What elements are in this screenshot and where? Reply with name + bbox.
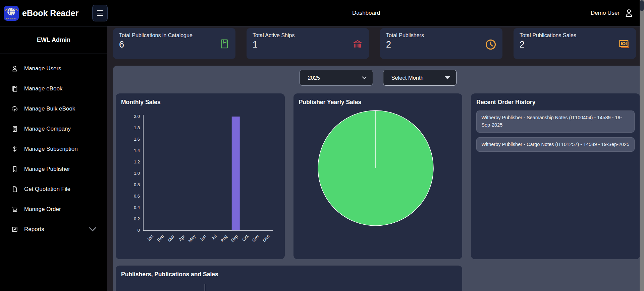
hamburger-menu-button[interactable] — [92, 5, 108, 21]
monthly-sales-card: Monthly Sales 2.01.81.61.41.21.00.80.60.… — [116, 93, 285, 259]
monthly-sales-bar-chart: 2.01.81.61.41.21.00.80.60.40.20JanFebMar… — [121, 107, 277, 251]
year-select-value: 2025 — [308, 75, 320, 81]
stat-value: 2 — [520, 40, 630, 50]
user-menu[interactable]: Demo User — [591, 8, 634, 18]
svg-text:1.2: 1.2 — [134, 159, 140, 164]
bank-icon — [352, 38, 364, 50]
company-icon — [11, 125, 18, 133]
stat-card-active-ships: Total Active Ships 1 — [247, 28, 369, 59]
sidebar-item-manage-bulk-ebook[interactable]: Manage Bulk eBook — [11, 99, 107, 119]
stat-card-publications: Total Publications in Catalogue 6 — [113, 28, 235, 59]
sidebar: EWL Admin Manage Users Manage eBook Mana… — [0, 26, 107, 291]
sidebar-item-get-quotation-file[interactable]: Get Quotation File — [11, 179, 107, 199]
svg-text:Dec: Dec — [262, 234, 271, 243]
ebook-icon — [11, 85, 18, 92]
month-select-placeholder: Select Month — [391, 75, 424, 81]
chart-title: Publishers, Publications and Sales — [121, 271, 457, 278]
triangle-down-icon — [445, 76, 450, 79]
sidebar-item-manage-subscription[interactable]: Manage Subscription — [11, 139, 107, 159]
sidebar-item-label: Manage Company — [24, 126, 71, 132]
stats-row: Total Publications in Catalogue 6 Total … — [113, 28, 636, 59]
app-title: eBook Reader — [22, 8, 78, 18]
vertical-scrollbar[interactable] — [640, 0, 644, 291]
svg-text:Mar: Mar — [167, 233, 176, 242]
sidebar-item-manage-users[interactable]: Manage Users — [11, 59, 107, 79]
stat-label: Total Publications Sales — [520, 32, 630, 39]
year-select[interactable]: 2025 — [300, 70, 373, 86]
svg-text:May: May — [187, 234, 197, 243]
cart-icon — [11, 206, 18, 213]
svg-text:Sep: Sep — [230, 234, 239, 243]
svg-text:Aug: Aug — [219, 234, 228, 243]
page-title: Dashboard — [352, 10, 380, 16]
bookmark-icon — [11, 165, 18, 173]
globe-logo-icon: EW LINER — [4, 6, 19, 21]
svg-text:0: 0 — [138, 228, 140, 233]
svg-text:Jun: Jun — [199, 234, 207, 242]
month-select[interactable]: Select Month — [383, 70, 457, 86]
svg-text:1.8: 1.8 — [134, 125, 140, 130]
svg-text:Apr: Apr — [178, 233, 186, 242]
svg-text:Jan: Jan — [146, 234, 154, 242]
book-icon — [219, 38, 230, 50]
dashboard-panel: 2025 Select Month Monthly Sales 2.01.81.… — [113, 66, 643, 291]
sidebar-item-label: Manage Publisher — [24, 166, 70, 172]
user-name: Demo User — [591, 10, 620, 16]
sidebar-item-manage-order[interactable]: Manage Order — [11, 199, 107, 219]
scrollbar-thumb[interactable] — [640, 0, 644, 11]
sidebar-nav: Manage Users Manage eBook Manage Bulk eB… — [0, 54, 107, 239]
money-icon — [618, 38, 631, 51]
user-icon — [11, 65, 18, 72]
sidebar-item-label: Get Quotation File — [24, 186, 70, 193]
svg-text:Oct: Oct — [241, 234, 250, 242]
chart-title: Publisher Yearly Sales — [299, 99, 457, 106]
topbar: Dashboard Demo User — [88, 0, 644, 26]
chart-axis-stub — [205, 284, 205, 291]
sidebar-item-label: Manage Users — [24, 65, 61, 72]
stat-card-publishers: Total Publishers 2 — [380, 28, 502, 59]
sidebar-item-manage-publisher[interactable]: Manage Publisher — [11, 159, 107, 179]
filters-row: 2025 Select Month — [116, 70, 640, 86]
cloud-upload-icon — [11, 105, 18, 113]
svg-text:0.8: 0.8 — [134, 182, 140, 187]
stat-label: Total Publications in Catalogue — [119, 32, 229, 39]
sidebar-item-label: Manage Order — [24, 206, 61, 213]
sidebar-item-manage-company[interactable]: Manage Company — [11, 119, 107, 139]
section-title: Recent Order History — [476, 99, 635, 106]
svg-text:0.6: 0.6 — [134, 194, 140, 199]
order-history-item[interactable]: Witherby Publisher - Seamanship Notes (I… — [476, 111, 635, 133]
user-avatar-icon — [624, 8, 634, 18]
svg-text:Jul: Jul — [210, 234, 218, 241]
chevron-down-icon — [362, 76, 367, 79]
sidebar-item-manage-ebook[interactable]: Manage eBook — [11, 79, 107, 99]
dollar-icon — [11, 145, 18, 153]
sidebar-admin-label: EWL Admin — [0, 26, 107, 54]
stat-label: Total Publishers — [386, 32, 496, 39]
svg-text:Nov: Nov — [251, 234, 260, 243]
svg-text:1.4: 1.4 — [134, 148, 140, 153]
svg-text:Feb: Feb — [156, 234, 165, 243]
stat-value: 1 — [253, 40, 363, 50]
header: EW LINER eBook Reader Dashboard Demo Use… — [0, 0, 644, 26]
publisher-yearly-sales-card: Publisher Yearly Sales — [293, 93, 463, 259]
stat-label: Total Active Ships — [253, 32, 363, 39]
svg-text:1.6: 1.6 — [134, 137, 140, 142]
main-content: Total Publications in Catalogue 6 Total … — [107, 26, 644, 291]
order-history-item[interactable]: Witherby Publisher - Cargo Notes (IT1012… — [476, 137, 635, 152]
brand: EW LINER eBook Reader — [0, 0, 88, 26]
publishers-publications-sales-card: Publishers, Publications and Sales — [116, 266, 462, 291]
sidebar-item-label: Manage Subscription — [24, 146, 78, 152]
svg-text:0.2: 0.2 — [134, 216, 140, 221]
chevron-down-icon — [89, 226, 96, 233]
sidebar-item-label: Reports — [24, 226, 44, 233]
charts-row: Monthly Sales 2.01.81.61.41.21.00.80.60.… — [116, 93, 640, 259]
sidebar-item-label: Manage Bulk eBook — [24, 105, 75, 112]
reports-icon — [11, 226, 18, 233]
recent-order-history-card: Recent Order History Witherby Publisher … — [471, 93, 640, 259]
publisher-yearly-sales-pie-chart — [299, 107, 454, 253]
stat-value: 6 — [119, 40, 229, 50]
stat-card-publications-sales: Total Publications Sales 2 — [514, 28, 636, 59]
clock-icon — [484, 38, 497, 51]
sidebar-item-reports[interactable]: Reports — [11, 219, 107, 239]
sidebar-item-label: Manage eBook — [24, 85, 62, 92]
